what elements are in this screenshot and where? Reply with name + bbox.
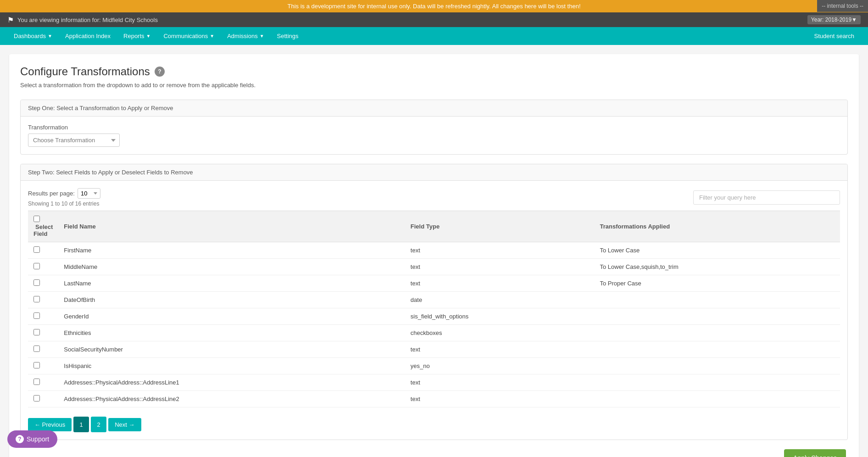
per-page-label: Results per page: xyxy=(28,190,75,197)
apply-changes-button[interactable]: Apply Changes xyxy=(784,449,846,457)
reports-caret: ▼ xyxy=(146,33,151,39)
step-two-section: Step Two: Select Fields to Apply or Dese… xyxy=(20,164,848,440)
page-2-button[interactable]: 2 xyxy=(91,417,106,432)
page-subtitle: Select a transformation from the dropdow… xyxy=(20,82,848,89)
table-header-row: Select Field Field Name Field Type Trans… xyxy=(28,211,840,242)
row-field-name: SocialSecurityNumber xyxy=(58,341,405,358)
row-field-name: FirstName xyxy=(58,242,405,259)
row-field-name: MiddleName xyxy=(58,259,405,275)
table-row: SocialSecurityNumber text xyxy=(28,341,840,358)
row-checkbox-cell xyxy=(28,341,58,358)
step-one-header: Step One: Select a Transformation to App… xyxy=(21,100,847,117)
row-transformations xyxy=(594,308,840,325)
table-row: Addresses::PhysicalAddress::AddressLine1… xyxy=(28,374,840,391)
row-checkbox-cell xyxy=(28,292,58,308)
row-transformations xyxy=(594,341,840,358)
bottom-actions: Apply Changes Walk Me Through ▲ xyxy=(20,449,848,457)
table-controls: Results per page: 10 25 50 100 Showing 1… xyxy=(28,188,840,207)
pagination-row: ← Previous 1 2 Next → xyxy=(28,417,840,432)
table-row: LastName text To Proper Case xyxy=(28,275,840,292)
support-button[interactable]: ? Support xyxy=(7,430,57,448)
row-checkbox-cell xyxy=(28,374,58,391)
support-icon: ? xyxy=(16,435,24,443)
filter-input[interactable] xyxy=(693,190,840,205)
row-checkbox-cell xyxy=(28,275,58,292)
row-checkbox-9[interactable] xyxy=(33,395,40,401)
header-field-name: Field Name xyxy=(58,211,405,242)
row-field-name: GenderId xyxy=(58,308,405,325)
table-row: FirstName text To Lower Case xyxy=(28,242,840,259)
row-transformations xyxy=(594,391,840,407)
row-field-type: yes_no xyxy=(405,358,595,374)
row-transformations: To Proper Case xyxy=(594,275,840,292)
row-checkbox-8[interactable] xyxy=(33,379,40,385)
per-page-select[interactable]: 10 25 50 100 xyxy=(78,188,100,199)
row-field-type: text xyxy=(405,341,595,358)
nav-reports[interactable]: Reports ▼ xyxy=(117,27,157,45)
header-select-col: Select Field xyxy=(28,211,58,242)
row-field-type: text xyxy=(405,259,595,275)
dev-banner: This is a development site for internal … xyxy=(0,0,868,12)
row-field-name: Addresses::PhysicalAddress::AddressLine1 xyxy=(58,374,405,391)
support-label: Support xyxy=(27,435,49,443)
flag-icon: ⚑ xyxy=(7,16,14,24)
table-row: IsHispanic yes_no xyxy=(28,358,840,374)
prev-button[interactable]: ← Previous xyxy=(28,418,72,431)
transformation-select[interactable]: Choose Transformation To Lower Case To U… xyxy=(28,134,120,147)
row-field-type: sis_field_with_options xyxy=(405,308,595,325)
row-field-type: text xyxy=(405,374,595,391)
nav-admissions[interactable]: Admissions ▼ xyxy=(221,27,270,45)
help-icon[interactable]: ? xyxy=(155,67,165,77)
dashboards-caret: ▼ xyxy=(48,33,52,39)
row-transformations xyxy=(594,374,840,391)
table-row: DateOfBirth date xyxy=(28,292,840,308)
row-field-name: DateOfBirth xyxy=(58,292,405,308)
row-checkbox-3[interactable] xyxy=(33,296,40,302)
row-checkbox-1[interactable] xyxy=(33,263,40,269)
row-checkbox-7[interactable] xyxy=(33,362,40,368)
row-checkbox-2[interactable] xyxy=(33,279,40,286)
next-button[interactable]: Next → xyxy=(108,418,141,431)
nav-application-index[interactable]: Application Index xyxy=(59,27,117,45)
row-transformations xyxy=(594,358,840,374)
transformation-label: Transformation xyxy=(28,124,840,131)
row-checkbox-cell xyxy=(28,325,58,341)
row-checkbox-0[interactable] xyxy=(33,246,40,253)
header-checkbox[interactable] xyxy=(33,216,40,222)
table-body: FirstName text To Lower Case MiddleName … xyxy=(28,242,840,407)
row-field-type: date xyxy=(405,292,595,308)
internal-tools-label: -- internal tools -- xyxy=(817,0,868,12)
row-checkbox-cell xyxy=(28,358,58,374)
year-badge[interactable]: Year: 2018-2019▼ xyxy=(807,15,861,24)
row-checkbox-cell xyxy=(28,242,58,259)
row-field-name: IsHispanic xyxy=(58,358,405,374)
row-transformations xyxy=(594,325,840,341)
row-field-name: LastName xyxy=(58,275,405,292)
school-name: You are viewing information for: Midfiel… xyxy=(17,17,158,23)
nav-communications[interactable]: Communications ▼ xyxy=(157,27,221,45)
row-field-name: Addresses::PhysicalAddress::AddressLine2 xyxy=(58,391,405,407)
row-checkbox-cell xyxy=(28,308,58,325)
header-field-type: Field Type xyxy=(405,211,595,242)
row-checkbox-5[interactable] xyxy=(33,329,40,335)
row-checkbox-cell xyxy=(28,391,58,407)
row-transformations xyxy=(594,292,840,308)
per-page-row: Results per page: 10 25 50 100 xyxy=(28,188,100,199)
row-field-type: text xyxy=(405,275,595,292)
page-1-button[interactable]: 1 xyxy=(73,417,89,432)
row-checkbox-4[interactable] xyxy=(33,312,40,319)
showing-text: Showing 1 to 10 of 16 entries xyxy=(28,201,100,207)
dev-banner-text: This is a development site for internal … xyxy=(287,3,580,10)
communications-caret: ▼ xyxy=(210,33,214,39)
admissions-caret: ▼ xyxy=(260,33,264,39)
step-two-header: Step Two: Select Fields to Apply or Dese… xyxy=(21,164,847,181)
nav-dashboards[interactable]: Dashboards ▼ xyxy=(7,27,59,45)
header-transformations: Transformations Applied xyxy=(594,211,840,242)
row-checkbox-6[interactable] xyxy=(33,346,40,352)
step-one-section: Step One: Select a Transformation to App… xyxy=(20,100,848,155)
nav-student-search[interactable]: Student search xyxy=(808,27,861,45)
row-field-name: Ethnicities xyxy=(58,325,405,341)
nav-settings[interactable]: Settings xyxy=(271,27,305,45)
step-one-body: Transformation Choose Transformation To … xyxy=(21,117,847,154)
data-table: Select Field Field Name Field Type Trans… xyxy=(28,211,840,407)
